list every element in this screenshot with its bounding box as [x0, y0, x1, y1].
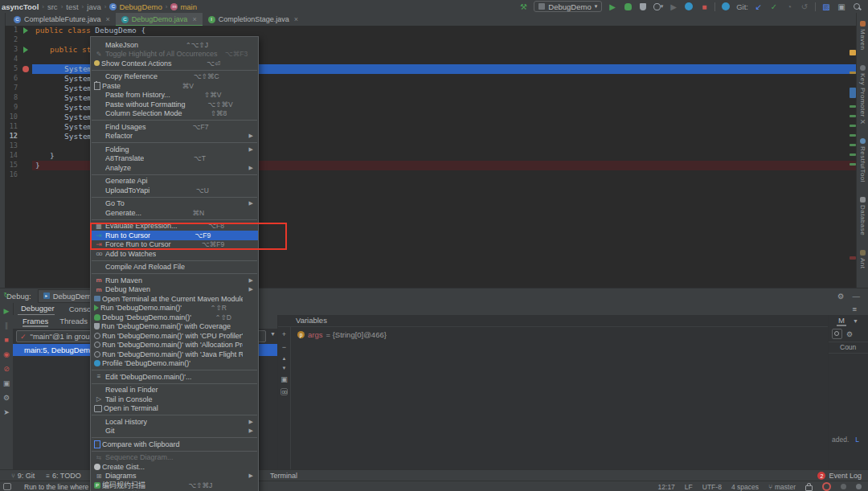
menu-item[interactable]: Reveal in Finder ▶	[91, 386, 258, 395]
gutter[interactable]	[19, 64, 32, 74]
status-segment[interactable]: LF	[685, 483, 693, 491]
editor-tab[interactable]: I CompletionStage.java ×	[203, 13, 304, 26]
tool-window-button[interactable]: Maven	[859, 21, 866, 51]
git-commit-button[interactable]: ✓	[769, 2, 779, 11]
menu-item[interactable]: Run 'DebugDemo.main()' with Coverage ▶	[91, 322, 258, 332]
intellij-profiler-button[interactable]	[684, 2, 694, 11]
remove-watch-icon[interactable]: −	[282, 343, 286, 351]
menu-item[interactable]: ⇆ Sequence Diagram... ▶	[91, 453, 258, 463]
gutter[interactable]	[19, 161, 32, 170]
tool-window-button-todo[interactable]: ≡ 6: TODO	[46, 472, 80, 480]
view-breakpoints-icon[interactable]: ◉	[2, 350, 11, 358]
menu-item[interactable]: m Debug Maven ▶	[91, 285, 258, 295]
resume-icon[interactable]: ▶	[2, 306, 11, 315]
menu-item[interactable]: Git ▶	[91, 427, 258, 436]
debug-tab[interactable]: Debugger	[18, 302, 55, 316]
menu-item[interactable]: UploadToYapi ⌥U ▶	[91, 186, 258, 195]
load-classes-link[interactable]: L	[855, 436, 859, 444]
tool-window-button[interactable]: RestfulTool	[859, 138, 866, 182]
layout-button[interactable]: ▣	[837, 2, 846, 11]
duplicate-icon[interactable]: ▣	[280, 375, 288, 383]
gutter[interactable]	[19, 141, 32, 151]
gutter[interactable]	[19, 74, 32, 84]
debug-button[interactable]	[623, 2, 633, 11]
thread-dump-camera-icon[interactable]: ▣	[2, 378, 11, 387]
menu-item[interactable]: oo Add to Watches ▶	[91, 249, 258, 259]
menu-item[interactable]: Show Context Actions ⌥⏎ ▶	[91, 59, 258, 68]
menu-item[interactable]: P 编码规约扫描 ⌥⇧⌘J ▶	[91, 481, 258, 490]
gutter[interactable]	[19, 132, 32, 141]
editor-tab[interactable]: C CompletableFuture.java ×	[8, 13, 116, 26]
write-access-lock-icon[interactable]	[805, 485, 813, 491]
menu-item[interactable]: Analyze ▶	[91, 163, 258, 173]
menu-item[interactable]: Run 'DebugDemo.main()' ⌃⇧R ▶	[91, 304, 258, 313]
close-icon[interactable]: ×	[192, 15, 196, 23]
menu-item[interactable]: ⊞ Diagrams ▶	[91, 472, 258, 481]
hide-panel-icon[interactable]: —	[853, 292, 861, 301]
pin-icon[interactable]: ➤	[2, 407, 11, 416]
menu-item[interactable]: Run 'DebugDemo.main()' with 'CPU Profile…	[91, 331, 258, 341]
code-line[interactable]: 1 public class DebugDemo {	[5, 26, 857, 35]
event-log-button[interactable]: 2 Event Log	[817, 472, 862, 480]
project-structure-button[interactable]: ▨	[821, 2, 831, 11]
menu-item[interactable]: ▦ Evaluate Expression... ⌥F8 ▶	[91, 222, 258, 231]
menu-item[interactable]: ⇥ Force Run to Cursor ⌥⌘F9 ▶	[91, 240, 258, 250]
menu-item[interactable]: Run 'DebugDemo.main()' with 'Java Flight…	[91, 350, 258, 359]
frames-tab[interactable]: Frames	[23, 317, 48, 327]
notifications-icon[interactable]	[841, 484, 846, 489]
filter-funnel-icon[interactable]: ▼	[270, 331, 276, 337]
chevron-down-icon[interactable]: ▼	[853, 318, 858, 324]
git-update-button[interactable]: ↙	[754, 2, 764, 11]
coverage-button[interactable]	[638, 2, 648, 11]
menu-item[interactable]: ▷ Tail in Console ▶	[91, 395, 258, 404]
tool-window-button[interactable]: Key Promoter X	[859, 65, 866, 124]
gutter[interactable]	[19, 55, 32, 64]
menu-item[interactable]: Generate... ⌘N ▶	[91, 208, 258, 218]
menu-item[interactable]: Refactor ▶	[91, 132, 258, 141]
inspections-status-icon[interactable]	[822, 482, 831, 491]
breadcrumb-item[interactable]: src	[47, 2, 58, 11]
memory-tab[interactable]: M	[837, 316, 846, 326]
status-segment[interactable]: 12:17	[658, 483, 675, 491]
menu-item[interactable]: ✎ Toggle Highlight of All Occurrences ⌥⌘…	[91, 50, 258, 59]
menu-item[interactable]: Local History ▶	[91, 417, 258, 427]
menu-item[interactable]: Compare with Clipboard ▶	[91, 440, 258, 449]
run-button[interactable]: ▶	[608, 2, 617, 11]
build-hammer-icon[interactable]: ⚒	[518, 2, 528, 11]
debug-settings-gear-icon[interactable]: ⚙	[2, 393, 11, 402]
add-watch-icon[interactable]: +	[282, 330, 286, 338]
move-up-icon[interactable]: ▲	[282, 356, 287, 361]
menu-item[interactable]: ⇥ Run to Cursor ⌥F9 ▶	[91, 231, 258, 240]
breadcrumb-item[interactable]: test	[66, 2, 78, 11]
frames-tab[interactable]: Threads	[59, 317, 88, 325]
move-down-icon[interactable]: ▼	[282, 366, 287, 370]
menu-item[interactable]: Column Selection Mode ⇧⌘8 ▶	[91, 109, 258, 119]
status-segment[interactable]: UTF-8	[702, 483, 722, 491]
gutter[interactable]	[19, 113, 32, 122]
tool-window-button[interactable]: Database	[859, 197, 866, 235]
breadcrumb-item[interactable]: java	[87, 2, 100, 11]
close-icon[interactable]: ×	[106, 15, 110, 23]
mute-breakpoints-icon[interactable]: ⊘	[2, 364, 11, 373]
stop-button[interactable]: ■	[699, 2, 709, 11]
menu-item[interactable]: Create Gist... ▶	[91, 462, 258, 472]
gutter[interactable]	[19, 103, 32, 113]
profiler-home-button[interactable]	[721, 2, 731, 11]
gutter[interactable]	[19, 151, 32, 161]
menu-item[interactable]: Compile And Reload File ▶	[91, 263, 258, 272]
layout-settings-icon[interactable]: ≡	[852, 305, 857, 313]
gutter[interactable]	[19, 45, 32, 55]
menu-item[interactable]: Copy Reference ⌥⇧⌘C ▶	[91, 72, 258, 82]
menu-item[interactable]: Run 'DebugDemo.main()' with 'Allocation …	[91, 341, 258, 350]
memory-settings-gear-icon[interactable]: ⚙	[846, 330, 853, 338]
menu-item[interactable]: Folding ▶	[91, 145, 258, 154]
menu-item[interactable]: ≡ Edit 'DebugDemo.main()'... ▶	[91, 372, 258, 382]
profiler-button[interactable]: ▾	[653, 2, 663, 11]
tool-window-button-git[interactable]: ⑂ 9: Git	[11, 472, 35, 480]
memory-search-icon[interactable]	[832, 329, 842, 339]
gutter[interactable]	[19, 170, 32, 180]
gutter[interactable]	[19, 35, 32, 45]
memory-count-column-header[interactable]: Coun	[829, 342, 868, 354]
menu-item[interactable]: Open Terminal at the Current Maven Modul…	[91, 294, 258, 304]
menu-item[interactable]: m Run Maven ▶	[91, 276, 258, 285]
